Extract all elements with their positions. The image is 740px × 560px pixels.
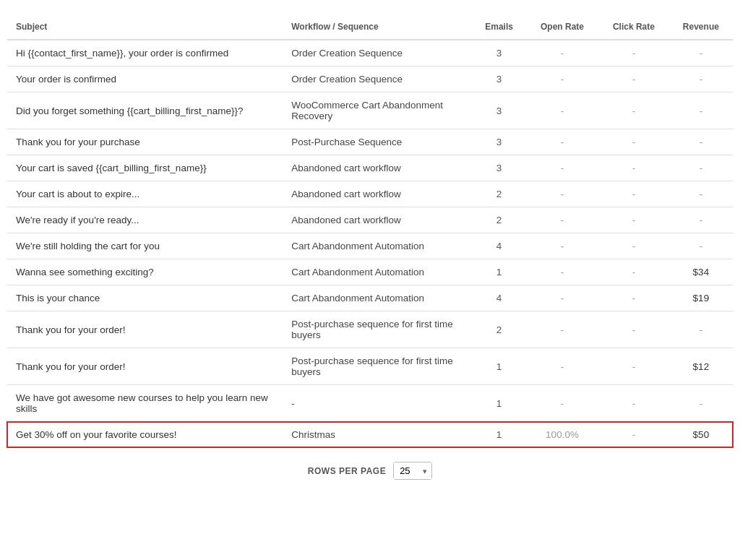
rows-per-page-select-wrapper[interactable]: 102550100 (393, 462, 432, 480)
table-cell: Get 30% off on your favorite courses! (7, 422, 283, 448)
table-cell: - (669, 155, 733, 181)
table-cell: - (598, 422, 669, 448)
table-row: Your cart is saved {{cart_billing_first_… (7, 155, 733, 181)
table-row: This is your chanceCart Abandonment Auto… (7, 285, 733, 311)
col-open-rate: Open Rate (526, 14, 598, 40)
table-cell: - (526, 233, 598, 259)
table-cell: Your order is confirmed (7, 66, 283, 92)
table-cell: 3 (472, 92, 526, 129)
table-cell: Abandoned cart workflow (283, 181, 472, 207)
table-cell: 1 (472, 348, 526, 385)
table-cell: 3 (472, 66, 526, 92)
table-cell: - (283, 385, 472, 422)
col-workflow: Workflow / Sequence (283, 14, 472, 40)
table-cell: - (598, 155, 669, 181)
table-cell: Wanna see something exciting? (7, 259, 283, 285)
table-cell: - (526, 40, 598, 66)
col-emails: Emails (472, 14, 526, 40)
table-cell: Thank you for your order! (7, 348, 283, 385)
table-cell: 4 (472, 285, 526, 311)
table-cell: - (598, 385, 669, 422)
table-row: We're ready if you're ready...Abandoned … (7, 207, 733, 233)
table-cell: Your cart is about to expire... (7, 181, 283, 207)
table-cell: We're still holding the cart for you (7, 233, 283, 259)
table-cell: $34 (669, 259, 733, 285)
table-cell: $19 (669, 285, 733, 311)
table-cell: - (669, 92, 733, 129)
table-cell: - (598, 66, 669, 92)
table-cell: - (598, 285, 669, 311)
table-row: Wanna see something exciting?Cart Abando… (7, 259, 733, 285)
table-cell: - (526, 207, 598, 233)
table-cell: - (669, 207, 733, 233)
table-cell: Cart Abandonment Automation (283, 259, 472, 285)
table-cell: 3 (472, 155, 526, 181)
table-cell: Did you forget something {{cart_billing_… (7, 92, 283, 129)
table-cell: - (526, 181, 598, 207)
table-cell: 1 (472, 422, 526, 448)
table-cell: 3 (472, 129, 526, 155)
table-cell: Cart Abandonment Automation (283, 285, 472, 311)
table-cell: - (669, 181, 733, 207)
table-cell: Hi {{contact_first_name}}, your order is… (7, 40, 283, 66)
table-cell: - (526, 92, 598, 129)
table-row: Get 30% off on your favorite courses!Chr… (7, 422, 733, 448)
table-cell: Post-purchase sequence for first time bu… (283, 311, 472, 348)
table-cell: - (598, 181, 669, 207)
table-cell: Order Creation Sequence (283, 66, 472, 92)
table-cell: 3 (472, 40, 526, 66)
col-click-rate: Click Rate (598, 14, 669, 40)
table-cell: - (526, 348, 598, 385)
table-cell: Thank you for your order! (7, 311, 283, 348)
table-cell: - (669, 129, 733, 155)
table-cell: Abandoned cart workflow (283, 207, 472, 233)
table-cell: - (526, 155, 598, 181)
table-cell: $12 (669, 348, 733, 385)
table-cell: - (598, 259, 669, 285)
col-revenue: Revenue (669, 14, 733, 40)
table-cell: Your cart is saved {{cart_billing_first_… (7, 155, 283, 181)
rows-per-page-select[interactable]: 102550100 (394, 462, 431, 479)
table-cell: - (526, 385, 598, 422)
table-cell: - (598, 40, 669, 66)
table-row: Did you forget something {{cart_billing_… (7, 92, 733, 129)
table-cell: Post-purchase sequence for first time bu… (283, 348, 472, 385)
table-cell: Thank you for your purchase (7, 129, 283, 155)
table-cell: - (598, 311, 669, 348)
table-cell: We're ready if you're ready... (7, 207, 283, 233)
col-subject: Subject (7, 14, 283, 40)
table-cell: - (526, 311, 598, 348)
table-cell: Post-Purchase Sequence (283, 129, 472, 155)
table-cell: WooCommerce Cart Abandonment Recovery (283, 92, 472, 129)
table-cell: - (526, 66, 598, 92)
table-cell: We have got awesome new courses to help … (7, 385, 283, 422)
table-cell: Order Creation Sequence (283, 40, 472, 66)
table-row: Thank you for your order!Post-purchase s… (7, 311, 733, 348)
rows-per-page-label: ROWS PER PAGE (308, 466, 386, 476)
table-cell: 2 (472, 207, 526, 233)
table-row: Your cart is about to expire...Abandoned… (7, 181, 733, 207)
table-cell: - (669, 40, 733, 66)
table-cell: - (598, 92, 669, 129)
page-container: Subject Workflow / Sequence Emails Open … (0, 0, 740, 560)
table-header-row: Subject Workflow / Sequence Emails Open … (7, 14, 733, 40)
table-cell: - (669, 66, 733, 92)
email-table: Subject Workflow / Sequence Emails Open … (7, 14, 733, 447)
table-cell: - (526, 129, 598, 155)
table-cell: - (598, 207, 669, 233)
table-cell: - (669, 233, 733, 259)
table-cell: 2 (472, 311, 526, 348)
table-row: Thank you for your order!Post-purchase s… (7, 348, 733, 385)
table-cell: - (526, 259, 598, 285)
table-row: Hi {{contact_first_name}}, your order is… (7, 40, 733, 66)
table-cell: This is your chance (7, 285, 283, 311)
table-cell: - (598, 129, 669, 155)
table-cell: 4 (472, 233, 526, 259)
table-cell: 1 (472, 385, 526, 422)
pagination-row: ROWS PER PAGE 102550100 (7, 447, 733, 487)
table-cell: Abandoned cart workflow (283, 155, 472, 181)
table-cell: Cart Abandonment Automation (283, 233, 472, 259)
table-cell: $50 (669, 422, 733, 448)
table-row: We're still holding the cart for youCart… (7, 233, 733, 259)
table-cell: 2 (472, 181, 526, 207)
